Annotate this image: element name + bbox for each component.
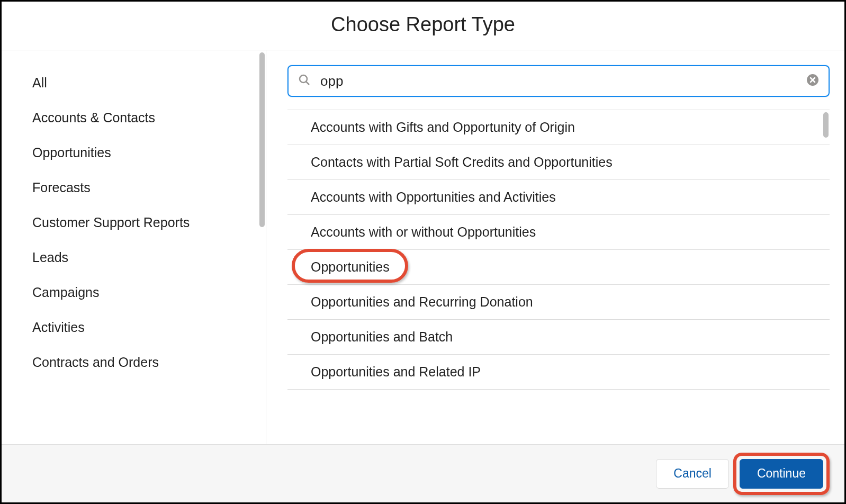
results-scrollbar[interactable] — [822, 110, 830, 444]
modal-title: Choose Report Type — [2, 13, 844, 36]
search-icon — [298, 74, 311, 88]
category-sidebar: All Accounts & Contacts Opportunities Fo… — [2, 50, 266, 444]
search-wrapper — [287, 65, 830, 97]
sidebar-item-contracts-orders[interactable]: Contracts and Orders — [2, 345, 266, 380]
result-item[interactable]: Opportunities and Batch — [287, 320, 830, 355]
results-scroll-thumb[interactable] — [823, 112, 829, 138]
results-list: Accounts with Gifts and Opportunity of O… — [287, 110, 830, 444]
sidebar-scroll-thumb[interactable] — [259, 52, 265, 227]
svg-point-0 — [300, 75, 307, 83]
sidebar-item-forecasts[interactable]: Forecasts — [2, 170, 266, 205]
result-item[interactable]: Opportunities and Recurring Donation — [287, 285, 830, 320]
main-panel: Accounts with Gifts and Opportunity of O… — [266, 50, 844, 444]
result-item[interactable]: Contacts with Partial Soft Credits and O… — [287, 145, 830, 180]
continue-button[interactable]: Continue — [740, 459, 823, 489]
sidebar-item-customer-support[interactable]: Customer Support Reports — [2, 205, 266, 240]
result-item-opportunities[interactable]: Opportunities — [287, 250, 830, 285]
sidebar-item-all[interactable]: All — [2, 65, 266, 100]
modal-body: All Accounts & Contacts Opportunities Fo… — [2, 50, 844, 444]
result-item[interactable]: Accounts with or without Opportunities — [287, 215, 830, 250]
result-item[interactable]: Accounts with Opportunities and Activiti… — [287, 180, 830, 215]
clear-search-icon[interactable] — [806, 74, 819, 88]
result-item[interactable]: Accounts with Gifts and Opportunity of O… — [287, 110, 830, 145]
sidebar-item-activities[interactable]: Activities — [2, 310, 266, 345]
sidebar-item-accounts-contacts[interactable]: Accounts & Contacts — [2, 100, 266, 135]
result-item[interactable]: Opportunities and Related IP — [287, 355, 830, 390]
sidebar-item-campaigns[interactable]: Campaigns — [2, 275, 266, 310]
result-item-label: Opportunities — [311, 259, 390, 274]
search-input[interactable] — [287, 65, 830, 97]
cancel-button[interactable]: Cancel — [656, 459, 729, 489]
svg-line-1 — [306, 82, 309, 85]
sidebar-scrollbar[interactable] — [258, 50, 266, 444]
sidebar-item-leads[interactable]: Leads — [2, 240, 266, 275]
modal-footer: Cancel Continue — [2, 444, 844, 502]
sidebar-item-opportunities[interactable]: Opportunities — [2, 135, 266, 170]
modal-header: Choose Report Type — [2, 2, 844, 50]
